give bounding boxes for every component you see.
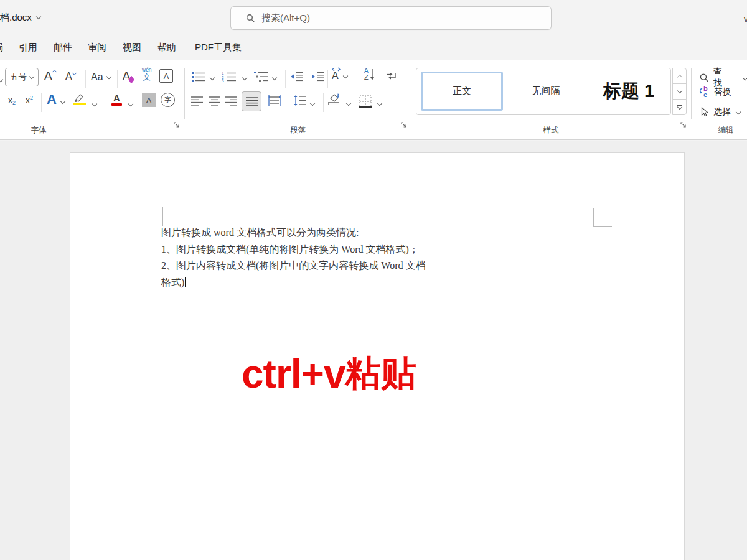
chevron-down-icon	[736, 110, 741, 114]
highlighter-icon	[73, 93, 85, 102]
character-shading-button[interactable]: A	[142, 93, 156, 107]
tab-view[interactable]: 视图	[123, 42, 141, 54]
tab-help[interactable]: 帮助	[157, 42, 176, 54]
superscript-button[interactable]: x 2	[26, 95, 33, 106]
title-bar: 档.docx 搜索(Alt+Q) v	[0, 0, 747, 37]
styles-dialog-launcher-icon[interactable]	[680, 122, 687, 129]
enclose-characters-button[interactable]: 字	[161, 93, 175, 107]
chevron-down-icon[interactable]	[272, 75, 277, 80]
font-size-dropdown[interactable]: 五号	[5, 68, 39, 86]
select-button[interactable]: 选择	[701, 106, 740, 118]
titlebar-corner-fragment: v	[744, 14, 747, 24]
line-spacing-icon[interactable]	[293, 95, 306, 106]
font-name-dropdown-partial[interactable]	[0, 77, 3, 82]
chevron-down-icon[interactable]	[92, 101, 97, 106]
shading-button[interactable]	[328, 93, 341, 105]
document-text[interactable]: 图片转换成 word 文档格式可以分为两类情况: 1、图片转换成文档(单纯的将图…	[161, 225, 472, 291]
chevron-down-icon	[342, 73, 347, 78]
align-right-icon[interactable]	[225, 96, 237, 106]
font-color-bar	[111, 103, 122, 106]
paint-bucket-icon	[328, 93, 341, 102]
font-group-label: 字体	[19, 125, 59, 136]
search-placeholder: 搜索(Alt+Q)	[261, 12, 310, 24]
text-line: 1、图片转换成文档(单纯的将图片转换为 Word 文档格式)；	[161, 241, 472, 258]
paragraph-mark-icon[interactable]	[386, 72, 397, 81]
align-left-icon[interactable]	[191, 96, 203, 106]
text-effects-button[interactable]: A	[47, 91, 65, 108]
tab-layout-partial[interactable]: 局	[0, 42, 8, 54]
grow-font-button[interactable]: A	[44, 69, 56, 83]
styles-scroll-down-button[interactable]	[672, 83, 687, 100]
chevron-down-icon[interactable]	[346, 101, 351, 106]
styles-group-label: 样式	[412, 125, 690, 136]
chevron-down-icon[interactable]	[128, 101, 133, 106]
chevron-down-icon	[29, 73, 34, 78]
numbered-list-icon[interactable]: 123	[222, 71, 237, 82]
shrink-font-button[interactable]: A	[65, 71, 76, 82]
arrow-down-icon	[370, 68, 375, 81]
paragraph-group-label: 段落	[187, 125, 410, 136]
bidirectional-arrows-icon	[332, 67, 341, 72]
phonetic-guide-button[interactable]: wén 文	[142, 67, 152, 81]
chevron-down-icon	[677, 88, 682, 93]
increase-indent-icon[interactable]	[311, 72, 325, 82]
style-heading-1[interactable]: 标题 1	[586, 72, 671, 111]
svg-text:3: 3	[222, 78, 224, 82]
highlight-color-bar	[73, 103, 86, 105]
tab-review[interactable]: 审阅	[88, 42, 106, 54]
font-dialog-launcher-icon[interactable]	[174, 122, 181, 129]
chevron-down-icon[interactable]	[242, 75, 247, 80]
editing-group-label: 编辑	[706, 125, 746, 136]
ribbon: 五号 A A Aa A wén 文 A x 2 x 2 A	[0, 60, 747, 140]
multilevel-list-icon[interactable]	[254, 71, 268, 82]
bullet-list-icon[interactable]	[192, 72, 205, 82]
text-line: 2、图片内容转成文档(将图片中的文字内容转换成 Word 文档	[161, 258, 472, 274]
styles-gallery-scrollbar	[672, 68, 687, 115]
ribbon-tabs: 局 引用 邮件 审阅 视图 帮助 PDF工具集	[0, 37, 747, 60]
chevron-down-icon	[106, 74, 111, 79]
align-center-icon[interactable]	[209, 96, 220, 106]
decrease-indent-icon[interactable]	[290, 72, 304, 82]
asian-layout-button[interactable]: A	[332, 70, 347, 82]
tab-references[interactable]: 引用	[19, 42, 37, 54]
styles-scroll-up-button[interactable]	[672, 68, 687, 84]
caret-down-icon	[72, 70, 77, 75]
style-normal[interactable]: 正文	[421, 72, 503, 111]
sort-button[interactable]: A Z	[364, 68, 375, 81]
paragraph-dialog-launcher-icon[interactable]	[401, 122, 408, 129]
text-line: 图片转换成 word 文档格式可以分为两类情况:	[161, 225, 472, 241]
shading-color-bar	[328, 102, 339, 105]
distributed-justify-icon[interactable]	[268, 95, 281, 107]
chevron-down-icon[interactable]	[210, 75, 215, 80]
chevron-down-icon[interactable]	[377, 101, 382, 106]
font-color-button[interactable]: A	[111, 93, 122, 106]
styles-more-button[interactable]	[672, 99, 687, 115]
search-input[interactable]: 搜索(Alt+Q)	[230, 6, 552, 30]
headline-ctrl-v: ctrl+v 粘贴	[242, 350, 416, 398]
document-page[interactable]: 图片转换成 word 文档格式可以分为两类情况: 1、图片转换成文档(单纯的将图…	[70, 152, 685, 560]
chevron-down-icon	[743, 75, 747, 80]
tab-mailings[interactable]: 邮件	[54, 42, 72, 54]
justify-button-selected[interactable]	[242, 91, 261, 111]
borders-icon[interactable]	[359, 95, 372, 108]
chevron-up-icon	[677, 74, 682, 79]
search-icon	[246, 14, 255, 23]
document-title: 档.docx	[0, 12, 32, 24]
replace-button[interactable]: b c 替换	[698, 86, 731, 98]
style-no-spacing[interactable]: 无间隔	[505, 72, 586, 111]
margin-crop-mark-right	[593, 208, 594, 227]
change-case-button[interactable]: Aa	[91, 72, 111, 83]
cursor-arrow-icon	[701, 107, 709, 117]
chevron-down-icon	[36, 14, 41, 19]
clear-formatting-button[interactable]: A	[123, 70, 134, 83]
document-title-dropdown[interactable]: 档.docx	[0, 12, 40, 24]
chevron-down-icon[interactable]	[310, 101, 315, 106]
text-line: 格式)	[161, 274, 472, 291]
text-highlight-button[interactable]	[73, 93, 86, 105]
justify-icon	[246, 97, 258, 106]
character-border-button[interactable]: A	[159, 69, 173, 83]
margin-crop-mark-left	[162, 207, 163, 226]
replace-icon: b c	[698, 86, 710, 98]
subscript-button[interactable]: x 2	[8, 95, 16, 106]
tab-pdf-tools[interactable]: PDF工具集	[195, 42, 242, 54]
